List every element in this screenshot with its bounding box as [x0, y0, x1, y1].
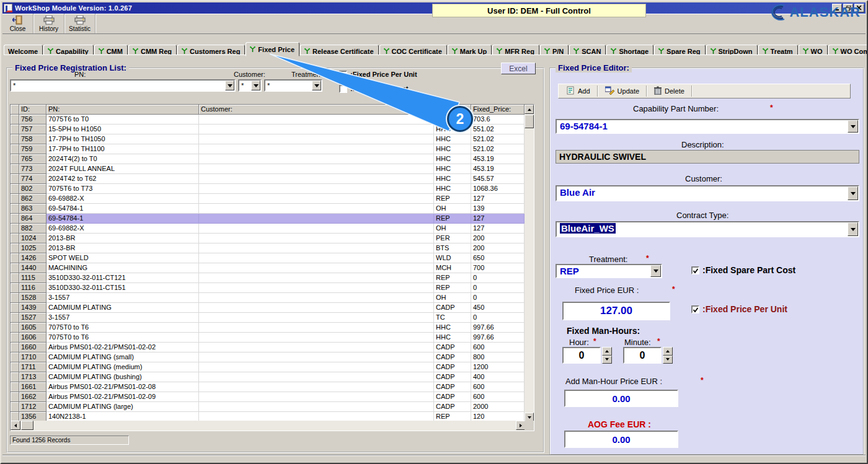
- table-row[interactable]: 1440MACHININGMCH700: [11, 263, 534, 273]
- table-row[interactable]: 1660Airbus PMS01-02-21/PMS01-02-02CADP60…: [11, 343, 534, 352]
- grid-cell[interactable]: OH: [434, 204, 471, 214]
- grid-cell[interactable]: [11, 184, 19, 194]
- grid-cell[interactable]: 864: [19, 214, 46, 224]
- tab-wo[interactable]: WO: [799, 45, 828, 56]
- grid-cell[interactable]: OH: [434, 224, 471, 234]
- filter-fixed-spare-cost-checkbox[interactable]: :Fixed Spare Cost: [339, 85, 409, 93]
- chevron-down-icon[interactable]: [650, 265, 661, 277]
- grid-cell[interactable]: 1528: [19, 293, 46, 303]
- grid-cell[interactable]: [11, 323, 19, 333]
- grid-cell[interactable]: 1606: [19, 333, 46, 343]
- table-row[interactable]: 15273-1557TC0: [11, 313, 534, 323]
- grid-cell[interactable]: [199, 125, 434, 134]
- grid-cell[interactable]: [199, 333, 434, 343]
- grid-cell[interactable]: [11, 164, 19, 174]
- table-row[interactable]: 1710CADMIUM PLATING (small)CADP800: [11, 352, 534, 362]
- grid-cell[interactable]: 453.19: [471, 164, 525, 174]
- spin-down-icon[interactable]: [602, 356, 612, 364]
- grid-cell[interactable]: 400: [471, 372, 525, 382]
- grid-cell[interactable]: 882: [19, 224, 46, 234]
- grid-cell[interactable]: 0: [471, 273, 525, 283]
- grid-cell[interactable]: 127: [471, 224, 525, 234]
- grid-cell[interactable]: [11, 392, 19, 402]
- grid-cell[interactable]: [11, 313, 19, 323]
- grid-cell[interactable]: 2000: [471, 402, 525, 412]
- chevron-down-icon[interactable]: [312, 81, 321, 90]
- grid-vertical-scrollbar[interactable]: [525, 105, 534, 422]
- grid-cell[interactable]: [11, 144, 19, 154]
- scrollbar-thumb[interactable]: [21, 421, 33, 430]
- grid-cell[interactable]: 1713: [19, 372, 46, 382]
- grid-cell[interactable]: WLD: [434, 253, 471, 263]
- grid-cell[interactable]: [11, 382, 19, 392]
- grid-cell[interactable]: [199, 243, 434, 253]
- grid-cell[interactable]: 700: [471, 263, 525, 273]
- grid-cell[interactable]: 757: [19, 125, 46, 134]
- table-row[interactable]: 7732024T FULL ANNEALHHC453.19: [11, 164, 534, 174]
- table-row[interactable]: 1439CADMIUM PLATINGCADP450: [11, 303, 534, 313]
- tab-treatm[interactable]: Treatm: [758, 45, 798, 56]
- grid-cell[interactable]: [199, 224, 434, 234]
- grid-cell[interactable]: 756: [19, 115, 46, 125]
- grid-cell[interactable]: 1115: [19, 273, 46, 283]
- grid-cell[interactable]: [199, 154, 434, 164]
- grid-cell[interactable]: 1440: [19, 263, 46, 273]
- tab-spare-reg[interactable]: Spare Reg: [654, 45, 705, 56]
- table-row[interactable]: 16057075T0 to T6HHC997.66: [11, 323, 534, 333]
- grid-cell[interactable]: [199, 194, 434, 204]
- grid-cell[interactable]: [11, 154, 19, 164]
- table-row[interactable]: 8027075T6 to T73HHC1068.36: [11, 184, 534, 194]
- grid-cell[interactable]: [11, 362, 19, 372]
- customer-combobox[interactable]: Blue Air: [556, 185, 859, 201]
- grid-cell[interactable]: [11, 333, 19, 343]
- grid-cell[interactable]: HHC: [434, 323, 471, 333]
- grid-cell[interactable]: HHC: [434, 154, 471, 164]
- grid-cell[interactable]: 1661: [19, 382, 46, 392]
- history-button[interactable]: History: [33, 14, 64, 33]
- tab-customers-reg[interactable]: Customers Reg: [177, 45, 245, 56]
- grid-cell[interactable]: [11, 214, 19, 224]
- grid-cell[interactable]: 1024: [19, 234, 46, 243]
- add-button[interactable]: Add: [561, 85, 595, 97]
- grid-cell[interactable]: 703.6: [471, 115, 525, 125]
- grid-cell[interactable]: 551.02: [471, 125, 525, 134]
- grid-cell[interactable]: 1116: [19, 283, 46, 293]
- grid-cell[interactable]: 650: [471, 253, 525, 263]
- grid-cell[interactable]: 997.66: [471, 333, 525, 343]
- contract-type-combobox[interactable]: BlueAir_WS: [556, 221, 859, 237]
- chevron-down-icon[interactable]: [848, 222, 858, 236]
- grid-cell[interactable]: 1426: [19, 253, 46, 263]
- scroll-up-icon[interactable]: [525, 105, 534, 114]
- grid-cell[interactable]: HHC: [434, 184, 471, 194]
- grid-cell[interactable]: [199, 293, 434, 303]
- grid-cell[interactable]: [199, 184, 434, 194]
- chevron-down-icon[interactable]: [251, 81, 260, 90]
- grid-cell[interactable]: 7075T6 to T73: [46, 184, 199, 194]
- grid-cell[interactable]: 127: [471, 214, 525, 224]
- grid-cell[interactable]: 3-1557: [46, 293, 199, 303]
- filter-pn-combobox[interactable]: *: [10, 79, 236, 92]
- delete-button[interactable]: Delete: [649, 85, 689, 97]
- grid-cell[interactable]: [11, 194, 19, 204]
- scroll-left-icon[interactable]: [11, 421, 20, 430]
- grid-cell[interactable]: 774: [19, 174, 46, 184]
- grid-cell[interactable]: 200: [471, 234, 525, 243]
- grid-cell[interactable]: CADMIUM PLATING (small): [46, 352, 199, 362]
- grid-cell[interactable]: 7075T0 to T6: [46, 323, 199, 333]
- grid-cell[interactable]: CADMIUM PLATING (large): [46, 402, 199, 412]
- grid-cell[interactable]: 545.57: [471, 174, 525, 184]
- grid-cell[interactable]: CADP: [434, 343, 471, 352]
- grid-cell[interactable]: [199, 263, 434, 273]
- aog-fee-eur-field[interactable]: 0.00: [564, 431, 678, 448]
- grid-cell[interactable]: [199, 402, 434, 412]
- table-row[interactable]: 86269-69882-XREP127: [11, 194, 534, 204]
- table-row[interactable]: 1711CADMIUM PLATING (medium)CADP1200: [11, 362, 534, 372]
- grid-cell[interactable]: 802: [19, 184, 46, 194]
- grid-cell[interactable]: [199, 164, 434, 174]
- fixed-price-per-unit-checkbox[interactable]: :Fixed Price Per Unit: [691, 305, 787, 313]
- hour-stepper[interactable]: 0: [562, 347, 612, 364]
- grid-cell[interactable]: MCH: [434, 263, 471, 273]
- tab-release-certificate[interactable]: Release Certificate: [300, 45, 378, 56]
- grid-cell[interactable]: [199, 392, 434, 402]
- chevron-down-icon[interactable]: [848, 186, 858, 200]
